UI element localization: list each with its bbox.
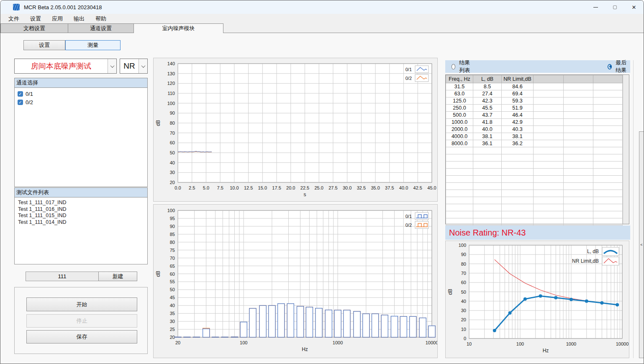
svg-text:90: 90	[170, 224, 175, 229]
menu-item-1[interactable]: 设置	[26, 14, 46, 23]
tab-2[interactable]: 室内噪声模块	[133, 23, 223, 33]
svg-text:10: 10	[461, 327, 466, 332]
table-row[interactable]: 4000.038.138.1	[446, 133, 623, 140]
stop-button: 停止	[26, 314, 137, 328]
spectrum-chart: 2025303540455055606570758085909510020100…	[154, 205, 437, 358]
svg-text:80: 80	[170, 240, 175, 245]
radio-last-result[interactable]	[608, 64, 612, 69]
svg-text:0/2: 0/2	[405, 76, 412, 81]
svg-text:35.0: 35.0	[371, 185, 380, 190]
svg-text:30.0: 30.0	[343, 185, 352, 190]
checkbox-checked-icon[interactable]: ✓	[18, 91, 23, 97]
table-row-empty	[446, 154, 623, 161]
save-button[interactable]: 保存	[26, 330, 137, 343]
channel-item-0[interactable]: ✓0/1	[15, 90, 147, 97]
time-history-chart-panel: 20304050607080901001101201301400.02.55.0…	[153, 58, 438, 202]
svg-text:12.5: 12.5	[244, 185, 253, 190]
test-type-dropdown-button[interactable]	[108, 59, 116, 73]
tab-0[interactable]: 文档设置	[0, 23, 68, 33]
rating-dropdown-button[interactable]	[139, 59, 147, 73]
new-button[interactable]: 新建	[98, 272, 137, 281]
svg-text:30: 30	[170, 319, 175, 324]
table-scrollbar[interactable]	[623, 75, 629, 224]
svg-text:60: 60	[170, 140, 175, 145]
svg-text:70: 70	[170, 256, 175, 261]
table-row-empty	[446, 190, 623, 197]
table-cell: 69.4	[502, 90, 534, 97]
svg-text:22.5: 22.5	[300, 185, 309, 190]
svg-text:L, dB: L, dB	[587, 249, 599, 254]
svg-text:100: 100	[516, 341, 524, 346]
svg-text:75: 75	[170, 248, 175, 253]
svg-text:25.0: 25.0	[315, 185, 323, 190]
file-item-1[interactable]: Test 1_111_016_IND	[15, 206, 147, 213]
menu-item-3[interactable]: 输出	[69, 14, 89, 23]
svg-text:30: 30	[461, 308, 466, 313]
channel-item-1[interactable]: ✓0/2	[15, 98, 147, 106]
tab-1[interactable]: 通道设置	[68, 23, 134, 33]
table-row[interactable]: 8000.036.136.2	[446, 140, 623, 147]
file-item-0[interactable]: Test 1_111_017_IND	[15, 200, 147, 206]
close-icon: ✕	[632, 4, 636, 10]
svg-text:45: 45	[170, 295, 175, 300]
test-type-value: 房间本底噪声测试	[15, 59, 108, 73]
table-header-cell: Freq., Hz	[446, 75, 473, 83]
svg-text:110: 110	[167, 91, 175, 96]
table-cell: 51.9	[502, 105, 534, 112]
subtab-settings[interactable]: 设置	[23, 40, 65, 50]
menu-item-0[interactable]: 文件	[4, 14, 24, 23]
minimize-button[interactable]	[586, 0, 605, 14]
table-cell: 125.0	[446, 97, 473, 105]
table-cell: 42.3	[473, 97, 502, 105]
table-cell	[534, 83, 564, 90]
file-item-3[interactable]: Test 1_111_014_IND	[15, 219, 147, 226]
rating-value: NR	[120, 59, 139, 73]
table-cell: 40.0	[473, 126, 502, 133]
svg-text:37.5: 37.5	[385, 185, 394, 190]
close-button[interactable]: ✕	[624, 0, 644, 14]
svg-text:1000: 1000	[333, 340, 343, 345]
table-cell	[534, 105, 564, 112]
start-button[interactable]: 开始	[26, 297, 137, 311]
table-row[interactable]: 31.58.584.6	[446, 83, 623, 90]
svg-text:0.0: 0.0	[174, 185, 181, 190]
table-row[interactable]: 500.043.746.4	[446, 112, 623, 119]
svg-text:2.5: 2.5	[189, 185, 195, 190]
time_history-chart: 20304050607080901001101201301400.02.55.0…	[154, 58, 437, 201]
svg-text:17.5: 17.5	[272, 185, 281, 190]
app-icon	[13, 4, 20, 10]
svg-text:Hz: Hz	[543, 348, 549, 354]
file-item-2[interactable]: Test 1_111_015_IND	[15, 213, 147, 219]
menu-item-4[interactable]: 帮助	[91, 14, 111, 23]
svg-text:0/1: 0/1	[405, 214, 412, 219]
svg-text:60: 60	[170, 272, 175, 277]
table-row[interactable]: 125.042.359.3	[446, 97, 623, 105]
subtab-measure[interactable]: 测量	[65, 40, 121, 50]
maximize-button[interactable]	[605, 0, 624, 14]
table-row[interactable]: 63.027.469.4	[446, 90, 623, 97]
svg-text:40: 40	[461, 299, 466, 304]
svg-text:100: 100	[459, 243, 466, 248]
table-cell	[534, 126, 564, 133]
table-row[interactable]: 1000.041.842.9	[446, 119, 623, 126]
channel-label: 0/1	[26, 91, 33, 97]
test-type-combo[interactable]: 房间本底噪声测试	[14, 59, 117, 74]
title-bar[interactable]: MCR Beta 2.05.0.001 20230418 ✕	[0, 0, 644, 14]
svg-text:s: s	[304, 192, 306, 197]
file-name-input[interactable]	[26, 272, 99, 281]
radio-result-list[interactable]	[452, 64, 455, 69]
checkbox-checked-icon[interactable]: ✓	[18, 100, 23, 105]
svg-text:50: 50	[170, 150, 175, 155]
table-row[interactable]: 250.045.551.9	[446, 105, 623, 112]
table-cell: 59.3	[502, 97, 534, 105]
table-cell	[564, 90, 593, 97]
table-cell: 43.7	[473, 112, 502, 119]
svg-text:dB: dB	[447, 289, 453, 295]
collapse-splitter[interactable]: <	[639, 131, 644, 358]
chevron-down-icon	[141, 64, 145, 68]
svg-text:140: 140	[167, 61, 175, 66]
menu-item-2[interactable]: 应用	[47, 14, 67, 23]
channel-list: ✓0/1✓0/2	[14, 87, 148, 187]
rating-combo[interactable]: NR	[120, 59, 148, 74]
table-row[interactable]: 2000.040.040.3	[446, 126, 623, 133]
